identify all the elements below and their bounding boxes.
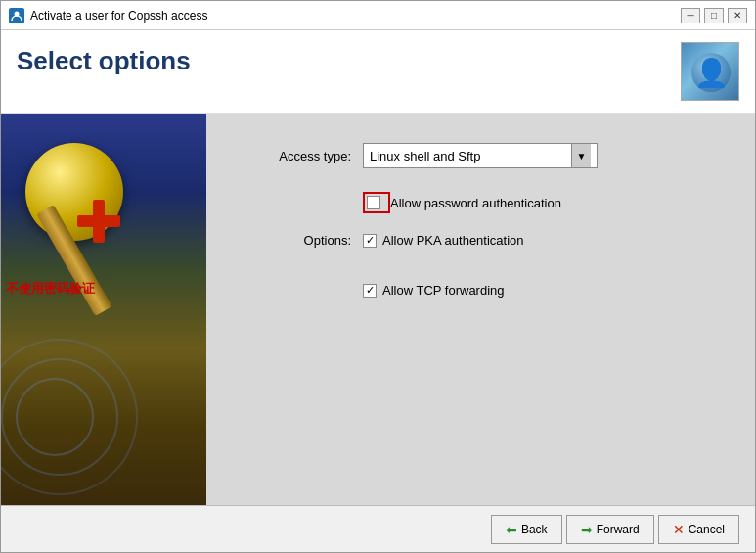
title-bar-text: Activate a user for Copssh access [30,9,681,23]
title-bar: Activate a user for Copssh access ─ □ ✕ [1,1,755,30]
minimize-button[interactable]: ─ [681,8,700,23]
header-icon [681,42,739,101]
restore-button[interactable]: □ [704,8,724,23]
window-controls: ─ □ ✕ [681,8,747,23]
tcp-forwarding-label: Allow TCP forwarding [382,283,505,298]
options-list: Allow PKA authentication Allow TCP forwa… [363,233,524,317]
tcp-forwarding-row: Allow TCP forwarding [363,283,524,298]
pka-auth-checkbox[interactable] [363,234,377,248]
user-figure [691,53,731,92]
access-type-label: Access type: [245,149,363,163]
cancel-button[interactable]: ✕ Cancel [658,515,739,544]
access-type-control: Linux shell and Sftp ▼ [363,143,716,168]
pka-auth-row: Allow PKA authentication [363,233,524,248]
page-title: Select options [17,46,191,76]
bg-circle-3 [16,378,94,456]
yellow-ball-decoration [25,143,123,241]
back-icon: ⬅ [506,522,517,537]
sidebar: 不使用密码验证 [1,114,206,505]
access-type-select[interactable]: Linux shell and Sftp ▼ [363,143,598,168]
content-area: Select options 不使用密码验证 [1,30,755,505]
select-arrow-icon: ▼ [571,144,591,167]
header-icon-inner [682,43,739,101]
password-auth-label: Allow password authentication [390,196,561,210]
cancel-icon: ✕ [673,522,685,537]
access-type-row: Access type: Linux shell and Sftp ▼ [245,143,716,168]
main-window: Activate a user for Copssh access ─ □ ✕ … [0,0,756,553]
password-auth-highlight [363,192,390,213]
options-label: Options: [245,233,363,317]
form-area: Access type: Linux shell and Sftp ▼ Allo… [206,114,755,505]
access-type-value: Linux shell and Sftp [370,149,571,163]
chinese-annotation: 不使用密码验证 [6,280,95,298]
options-section: Options: Allow PKA authentication Allow … [245,233,716,317]
cancel-label: Cancel [689,523,725,536]
back-button[interactable]: ⬅ Back [491,515,562,544]
tcp-forwarding-checkbox[interactable] [363,284,377,298]
back-label: Back [521,523,548,536]
red-cross-decoration [77,200,120,243]
close-button[interactable]: ✕ [728,8,747,23]
forward-icon: ➡ [581,522,593,537]
footer: ⬅ Back ➡ Forward ✕ Cancel [1,505,755,552]
forward-button[interactable]: ➡ Forward [566,515,654,544]
password-auth-checkbox[interactable] [367,196,380,209]
pka-auth-label: Allow PKA authentication [382,233,524,248]
forward-label: Forward [597,523,640,536]
header-section: Select options [1,30,755,114]
main-body: 不使用密码验证 Access type: Linux shell and Sft… [1,114,755,505]
app-icon [9,8,24,23]
password-auth-row: Allow password authentication [363,192,716,213]
